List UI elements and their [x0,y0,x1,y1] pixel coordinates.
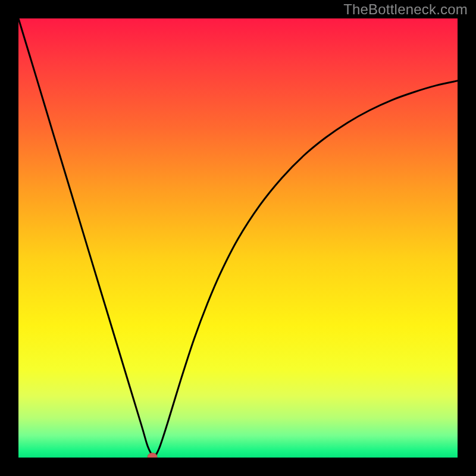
bottleneck-chart [18,18,458,458]
watermark-text: TheBottleneck.com [343,1,468,18]
